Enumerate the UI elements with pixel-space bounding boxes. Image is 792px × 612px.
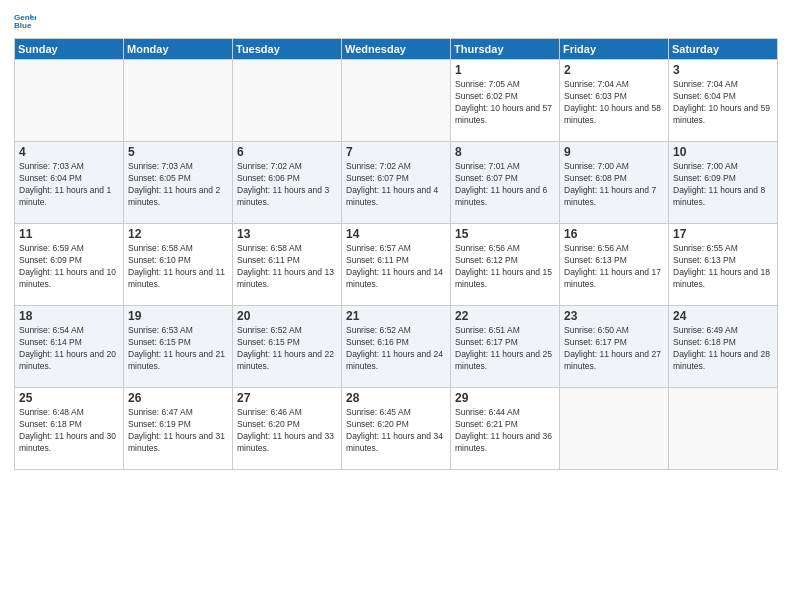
day-number: 14 [346,227,446,241]
calendar-cell: 1 Sunrise: 7:05 AMSunset: 6:02 PMDayligh… [451,60,560,142]
calendar-cell: 9 Sunrise: 7:00 AMSunset: 6:08 PMDayligh… [560,142,669,224]
day-number: 7 [346,145,446,159]
day-number: 8 [455,145,555,159]
calendar-cell [233,60,342,142]
calendar-table: Sunday Monday Tuesday Wednesday Thursday… [14,38,778,470]
header-tuesday: Tuesday [233,39,342,60]
day-number: 29 [455,391,555,405]
day-info: Sunrise: 6:59 AMSunset: 6:09 PMDaylight:… [19,243,119,291]
calendar-cell: 17 Sunrise: 6:55 AMSunset: 6:13 PMDaylig… [669,224,778,306]
calendar-cell [669,388,778,470]
calendar-cell: 13 Sunrise: 6:58 AMSunset: 6:11 PMDaylig… [233,224,342,306]
day-number: 12 [128,227,228,241]
day-number: 13 [237,227,337,241]
logo-icon: General Blue [14,10,36,32]
page: General Blue Sunday Monday Tuesday Wedne… [0,0,792,612]
day-number: 11 [19,227,119,241]
calendar-cell: 29 Sunrise: 6:44 AMSunset: 6:21 PMDaylig… [451,388,560,470]
calendar-cell: 3 Sunrise: 7:04 AMSunset: 6:04 PMDayligh… [669,60,778,142]
day-info: Sunrise: 7:02 AMSunset: 6:06 PMDaylight:… [237,161,337,209]
calendar-cell: 24 Sunrise: 6:49 AMSunset: 6:18 PMDaylig… [669,306,778,388]
calendar-cell: 14 Sunrise: 6:57 AMSunset: 6:11 PMDaylig… [342,224,451,306]
day-number: 3 [673,63,773,77]
day-number: 17 [673,227,773,241]
calendar-cell: 5 Sunrise: 7:03 AMSunset: 6:05 PMDayligh… [124,142,233,224]
day-number: 10 [673,145,773,159]
calendar-cell: 22 Sunrise: 6:51 AMSunset: 6:17 PMDaylig… [451,306,560,388]
header-thursday: Thursday [451,39,560,60]
calendar-cell: 10 Sunrise: 7:00 AMSunset: 6:09 PMDaylig… [669,142,778,224]
day-info: Sunrise: 6:44 AMSunset: 6:21 PMDaylight:… [455,407,555,455]
day-number: 6 [237,145,337,159]
header-monday: Monday [124,39,233,60]
day-number: 25 [19,391,119,405]
calendar-cell: 6 Sunrise: 7:02 AMSunset: 6:06 PMDayligh… [233,142,342,224]
day-number: 15 [455,227,555,241]
day-info: Sunrise: 6:58 AMSunset: 6:10 PMDaylight:… [128,243,228,291]
calendar-cell: 2 Sunrise: 7:04 AMSunset: 6:03 PMDayligh… [560,60,669,142]
day-number: 5 [128,145,228,159]
day-info: Sunrise: 6:45 AMSunset: 6:20 PMDaylight:… [346,407,446,455]
day-number: 28 [346,391,446,405]
logo: General Blue [14,10,38,32]
header-friday: Friday [560,39,669,60]
day-number: 26 [128,391,228,405]
day-info: Sunrise: 6:49 AMSunset: 6:18 PMDaylight:… [673,325,773,373]
day-number: 4 [19,145,119,159]
day-info: Sunrise: 7:00 AMSunset: 6:09 PMDaylight:… [673,161,773,209]
week-row-5: 25 Sunrise: 6:48 AMSunset: 6:18 PMDaylig… [15,388,778,470]
day-number: 16 [564,227,664,241]
day-number: 2 [564,63,664,77]
day-number: 9 [564,145,664,159]
day-info: Sunrise: 7:05 AMSunset: 6:02 PMDaylight:… [455,79,555,127]
weekday-header-row: Sunday Monday Tuesday Wednesday Thursday… [15,39,778,60]
day-info: Sunrise: 7:03 AMSunset: 6:05 PMDaylight:… [128,161,228,209]
day-info: Sunrise: 6:56 AMSunset: 6:12 PMDaylight:… [455,243,555,291]
header: General Blue [14,10,778,32]
day-info: Sunrise: 6:46 AMSunset: 6:20 PMDaylight:… [237,407,337,455]
calendar-cell: 18 Sunrise: 6:54 AMSunset: 6:14 PMDaylig… [15,306,124,388]
day-number: 22 [455,309,555,323]
calendar-cell: 8 Sunrise: 7:01 AMSunset: 6:07 PMDayligh… [451,142,560,224]
calendar-cell: 11 Sunrise: 6:59 AMSunset: 6:09 PMDaylig… [15,224,124,306]
calendar-cell [15,60,124,142]
calendar-cell: 21 Sunrise: 6:52 AMSunset: 6:16 PMDaylig… [342,306,451,388]
day-number: 21 [346,309,446,323]
day-info: Sunrise: 6:53 AMSunset: 6:15 PMDaylight:… [128,325,228,373]
day-info: Sunrise: 6:48 AMSunset: 6:18 PMDaylight:… [19,407,119,455]
day-info: Sunrise: 7:00 AMSunset: 6:08 PMDaylight:… [564,161,664,209]
svg-text:Blue: Blue [14,21,32,30]
calendar-cell: 15 Sunrise: 6:56 AMSunset: 6:12 PMDaylig… [451,224,560,306]
day-number: 23 [564,309,664,323]
header-wednesday: Wednesday [342,39,451,60]
day-info: Sunrise: 6:58 AMSunset: 6:11 PMDaylight:… [237,243,337,291]
header-sunday: Sunday [15,39,124,60]
day-info: Sunrise: 7:02 AMSunset: 6:07 PMDaylight:… [346,161,446,209]
week-row-2: 4 Sunrise: 7:03 AMSunset: 6:04 PMDayligh… [15,142,778,224]
day-info: Sunrise: 6:55 AMSunset: 6:13 PMDaylight:… [673,243,773,291]
calendar-cell: 16 Sunrise: 6:56 AMSunset: 6:13 PMDaylig… [560,224,669,306]
calendar-cell: 4 Sunrise: 7:03 AMSunset: 6:04 PMDayligh… [15,142,124,224]
day-info: Sunrise: 7:03 AMSunset: 6:04 PMDaylight:… [19,161,119,209]
calendar-cell: 12 Sunrise: 6:58 AMSunset: 6:10 PMDaylig… [124,224,233,306]
day-number: 24 [673,309,773,323]
day-number: 27 [237,391,337,405]
day-number: 20 [237,309,337,323]
day-number: 19 [128,309,228,323]
calendar-cell [560,388,669,470]
day-info: Sunrise: 7:04 AMSunset: 6:04 PMDaylight:… [673,79,773,127]
day-info: Sunrise: 6:57 AMSunset: 6:11 PMDaylight:… [346,243,446,291]
day-info: Sunrise: 7:04 AMSunset: 6:03 PMDaylight:… [564,79,664,127]
week-row-3: 11 Sunrise: 6:59 AMSunset: 6:09 PMDaylig… [15,224,778,306]
calendar-cell: 20 Sunrise: 6:52 AMSunset: 6:15 PMDaylig… [233,306,342,388]
day-info: Sunrise: 6:54 AMSunset: 6:14 PMDaylight:… [19,325,119,373]
calendar-cell: 28 Sunrise: 6:45 AMSunset: 6:20 PMDaylig… [342,388,451,470]
day-info: Sunrise: 6:50 AMSunset: 6:17 PMDaylight:… [564,325,664,373]
day-info: Sunrise: 6:56 AMSunset: 6:13 PMDaylight:… [564,243,664,291]
day-info: Sunrise: 6:47 AMSunset: 6:19 PMDaylight:… [128,407,228,455]
day-info: Sunrise: 7:01 AMSunset: 6:07 PMDaylight:… [455,161,555,209]
calendar-cell [342,60,451,142]
header-saturday: Saturday [669,39,778,60]
calendar-cell: 25 Sunrise: 6:48 AMSunset: 6:18 PMDaylig… [15,388,124,470]
calendar-cell: 7 Sunrise: 7:02 AMSunset: 6:07 PMDayligh… [342,142,451,224]
